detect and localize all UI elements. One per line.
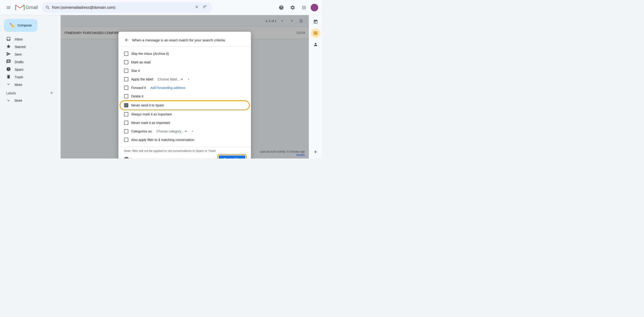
main-layout: ✏️ Compose Inbox Starred Sent Drafts [0,15,322,158]
never-important-checkbox[interactable] [124,121,128,125]
sent-label: Sent [15,52,53,56]
content-area: 1–1 of 1 ITINERARY PURCHASED CONFIRMED B… [60,15,309,158]
right-panel: + [309,15,322,158]
sidebar-item-drafts[interactable]: Drafts [0,58,57,66]
skip-inbox-checkbox[interactable] [124,51,128,56]
search-bar [42,2,212,13]
mark-read-label: Mark as read [131,60,150,64]
option-apply-filter: Also apply filter to 1 matching conversa… [118,136,251,144]
forward-it-checkbox[interactable] [124,86,128,90]
gmail-logo-text: Gmail [26,5,38,10]
compose-button[interactable]: ✏️ Compose [4,19,38,32]
labels-header: Labels + [0,88,57,97]
right-panel-tasks-button[interactable] [311,28,320,38]
inbox-label: Inbox [15,37,53,41]
note-text: Note: filter will not be applied to old … [124,149,245,153]
mark-read-checkbox[interactable] [124,60,128,64]
search-icon [46,5,50,10]
option-categorize: Categorize as: Choose category... [118,127,251,136]
sidebar-item-inbox[interactable]: Inbox [0,35,57,43]
compose-label: Compose [18,23,32,27]
modal-title: When a message is an exact match for you… [132,38,226,42]
category-select-chevron-icon [190,129,194,133]
skip-inbox-label: Skip the Inbox (Archive it) [131,52,169,56]
categorize-checkbox[interactable] [124,129,128,133]
option-star-it: Star it [118,66,251,75]
search-clear-button[interactable] [194,4,200,11]
sidebar-item-sent[interactable]: Sent [0,51,57,58]
apply-filter-checkbox[interactable] [124,138,128,142]
star-it-checkbox[interactable] [124,69,128,73]
drafts-label: Drafts [15,60,53,64]
modal-overlay: When a message is an exact match for you… [60,15,309,158]
always-important-checkbox[interactable] [124,112,128,116]
never-spam-checkbox[interactable] [124,103,128,107]
modal-header: When a message is an exact match for you… [118,37,251,47]
option-always-important: Always mark it as important [118,110,251,118]
modal-options: Skip the Inbox (Archive it) Mark as read… [118,47,251,147]
right-panel-calendar-button[interactable] [311,17,320,26]
search-filter-button[interactable] [202,3,208,11]
learn-more-label: Learn more [130,157,147,158]
top-bar-right [276,3,318,12]
delete-it-checkbox[interactable] [124,94,128,98]
trash-label: Trash [15,75,53,79]
never-spam-label: Never send it to Spam [131,103,164,107]
modal-back-button[interactable] [124,37,129,42]
avatar[interactable] [311,4,318,11]
drafts-icon [6,59,11,65]
modal-footer: Note: filter will not be applied to old … [118,147,251,158]
star-it-label: Star it [131,69,140,73]
option-mark-read: Mark as read [118,58,251,66]
labels-add-button[interactable]: + [50,90,53,96]
starred-label: Starred [15,45,53,49]
apply-label-text: Apply the label: [131,77,154,81]
sidebar-item-starred[interactable]: Starred [0,43,57,51]
gmail-logo: Gmail [15,4,38,11]
top-bar: Gmail [0,0,322,15]
settings-button[interactable] [288,3,298,12]
always-important-label: Always mark it as important [131,112,172,116]
create-filter-button[interactable]: Create filter [219,155,245,158]
sidebar-item-spam[interactable]: Spam [0,66,57,73]
right-panel-add-button[interactable]: + [311,147,320,157]
option-delete-it: Delete it [118,92,251,100]
right-panel-contacts-button[interactable] [311,40,320,49]
inbox-icon [6,36,11,42]
menu-button[interactable] [4,3,13,12]
compose-icon: ✏️ [10,23,15,28]
option-apply-label: Apply the label: Choose label... [118,75,251,83]
apps-button[interactable] [299,3,309,12]
trash-icon [6,74,11,80]
option-never-important: Never mark it as important [118,118,251,127]
sent-icon [6,51,11,57]
sidebar-item-trash[interactable]: Trash [0,73,57,81]
learn-more-button[interactable]: ? Learn more [124,157,147,158]
spam-label: Spam [15,68,53,71]
spam-icon [6,67,11,73]
label-select-chevron-icon [186,77,190,81]
help-button[interactable] [276,3,286,12]
apply-label-checkbox[interactable] [124,77,128,81]
delete-it-label: Delete it [131,94,143,98]
option-skip-inbox: Skip the Inbox (Archive it) [118,49,251,58]
sidebar-item-more[interactable]: More [0,81,57,88]
starred-icon [6,44,11,50]
more-chevron-icon [6,82,11,88]
add-forwarding-link[interactable]: Add forwarding address [149,86,186,90]
apply-filter-label: Also apply filter to 1 matching conversa… [131,138,195,142]
filter-modal: When a message is an exact match for you… [118,32,251,158]
modal-footer-actions: ? Learn more Create filter [124,155,245,158]
search-input[interactable] [52,5,192,10]
categorize-select[interactable]: Choose category... [155,129,188,133]
labels-title: Labels [6,91,16,95]
forward-it-label: Forward it [131,86,146,90]
help-icon: ? [124,157,129,158]
sidebar: ✏️ Compose Inbox Starred Sent Drafts [0,15,60,158]
apply-label-select[interactable]: Choose label... [157,77,184,81]
never-important-label: Never mark it as important [131,121,170,125]
option-never-spam: Never send it to Spam [120,101,249,109]
more-nav-label: More [15,83,53,87]
labels-more-item[interactable]: More [0,97,57,104]
option-forward-it: Forward it Add forwarding address [118,83,251,92]
